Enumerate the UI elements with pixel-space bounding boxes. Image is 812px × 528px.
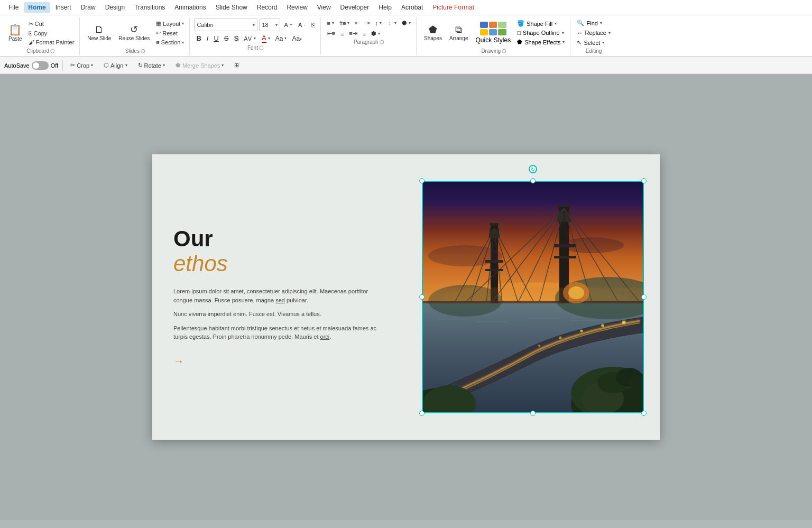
format-painter-button[interactable]: 🖌 Format Painter (26, 38, 77, 47)
paste-button[interactable]: 📋 Paste (5, 19, 25, 47)
text-highlight-button[interactable]: Aa ▾ (273, 34, 289, 43)
menu-draw[interactable]: Draw (77, 2, 100, 13)
menu-picture-format[interactable]: Picture Format (428, 2, 478, 13)
menu-file[interactable]: File (4, 2, 23, 13)
menu-animations[interactable]: Animations (170, 2, 210, 13)
handle-top-right[interactable] (641, 178, 647, 183)
svg-point-55 (560, 237, 624, 253)
strikethrough-button[interactable]: S (222, 33, 231, 43)
menu-view[interactable]: View (313, 2, 335, 13)
handle-top-left[interactable] (419, 178, 425, 183)
font-color-button[interactable]: A ▾ (260, 33, 272, 44)
find-button[interactable]: 🔍 Find ▾ (575, 18, 612, 27)
handle-middle-left[interactable] (419, 294, 425, 300)
section-button[interactable]: ≡ Section ▾ (154, 38, 186, 47)
bridge-image-container[interactable] (422, 181, 644, 413)
arrange-icon: ⧉ (455, 25, 462, 34)
handle-top-center[interactable] (530, 178, 536, 183)
slides-small-group: ▦ Layout ▾ ↩ Reset ≡ Section ▾ (154, 19, 186, 47)
select-button[interactable]: ↖ Select ▾ (575, 38, 612, 47)
underline-button[interactable]: U (211, 33, 220, 43)
more-format-button[interactable]: ⊞ (231, 61, 242, 70)
bold-button[interactable]: B (194, 33, 203, 43)
drawing-expand-icon[interactable]: ⬡ (502, 48, 506, 54)
rotate-icon: ↻ (138, 62, 143, 69)
copy-icon: ⎘ (29, 30, 32, 36)
layout-button[interactable]: ▦ Layout ▾ (154, 19, 186, 28)
select-dropdown-arrow: ▾ (602, 40, 604, 45)
char-spacing-button[interactable]: AV▾ (242, 34, 259, 43)
justify-button[interactable]: ≡ (361, 30, 368, 38)
smart-art-button[interactable]: ⬢▾ (369, 29, 382, 38)
paragraph-expand-icon[interactable]: ⬡ (380, 39, 384, 45)
shapes-icon: ⬟ (429, 25, 437, 34)
shape-outline-icon: □ (517, 30, 521, 36)
menu-help[interactable]: Help (374, 2, 396, 13)
copy-button[interactable]: ⎘ Copy (26, 29, 77, 38)
shape-outline-button[interactable]: □ Shape Outline ▾ (515, 29, 567, 37)
slide-arrow: → (173, 355, 385, 367)
handle-middle-right[interactable] (641, 294, 647, 300)
shape-fill-button[interactable]: 🪣 Shape Fill ▾ (515, 19, 567, 28)
menu-slideshow[interactable]: Slide Show (211, 2, 252, 13)
font-family-selector[interactable]: Calibri ▾ (194, 18, 257, 31)
shadow-button[interactable]: S (232, 33, 241, 43)
rotate-handle[interactable]: ↻ (529, 165, 537, 173)
ribbon-group-editing: 🔍 Find ▾ ↔ Replace ▾ ↖ Select ▾ Editing (571, 17, 615, 55)
menu-insert[interactable]: Insert (51, 2, 76, 13)
line-spacing-button[interactable]: ↕▾ (373, 19, 384, 27)
rotate-button[interactable]: ↻ Rotate ▾ (135, 61, 168, 70)
reset-button[interactable]: ↩ Reset (154, 29, 186, 38)
numbering-button[interactable]: #≡▾ (337, 19, 352, 27)
clear-formatting-button[interactable]: ⎘ (309, 21, 317, 29)
new-slide-button[interactable]: 🗋 New Slide (84, 19, 114, 47)
font-case-button[interactable]: Aa▾ (290, 34, 304, 43)
merge-shapes-button[interactable]: ⬟ Merge Shapes ▾ (172, 61, 227, 70)
merge-shapes-icon: ⬟ (176, 62, 181, 69)
replace-button[interactable]: ↔ Replace ▾ (575, 29, 612, 37)
shapes-button[interactable]: ⬟ Shapes (421, 19, 445, 47)
align-left-button[interactable]: ⇤≡ (325, 29, 337, 38)
text-direction-button[interactable]: ⬢▾ (400, 18, 413, 27)
slides-expand-icon[interactable]: ⬡ (141, 48, 145, 54)
italic-button[interactable]: I (205, 33, 211, 43)
columns-button[interactable]: ⋮▾ (385, 18, 399, 27)
font-size-selector[interactable]: 18 ▾ (259, 18, 280, 31)
increase-font-size-button[interactable]: A+ (282, 21, 294, 29)
menu-design[interactable]: Design (101, 2, 129, 13)
menu-transitions[interactable]: Transitions (130, 2, 169, 13)
handle-bottom-right[interactable] (641, 411, 647, 416)
align-format-button[interactable]: ⬡ Align ▾ (100, 61, 130, 70)
image-wrapper[interactable]: ↻ (422, 181, 644, 413)
slide-title-ethos: ethos (173, 251, 385, 276)
shape-effects-button[interactable]: ⬟ Shape Effects ▾ (515, 38, 567, 47)
increase-indent-button[interactable]: ⇥ (363, 18, 372, 27)
menu-home[interactable]: Home (24, 2, 50, 13)
align-center-button[interactable]: ≡ (338, 30, 346, 38)
autosave-group: AutoSave Off (4, 61, 58, 70)
cut-button[interactable]: ✂ Cut (26, 20, 77, 29)
align-format-dropdown-arrow: ▾ (125, 63, 127, 68)
decrease-indent-button[interactable]: ⇤ (353, 18, 362, 27)
reuse-slides-button[interactable]: ↺ Reuse Slides (115, 19, 153, 47)
quick-styles-button[interactable]: Quick Styles (472, 19, 514, 47)
sed-text: sed (275, 297, 285, 303)
decrease-font-size-button[interactable]: A- (296, 21, 307, 29)
handle-bottom-left[interactable] (419, 411, 425, 416)
align-right-button[interactable]: ≡⇥ (347, 29, 359, 38)
handle-bottom-center[interactable] (530, 411, 536, 416)
menu-review[interactable]: Review (282, 2, 311, 13)
font-expand-icon[interactable]: ⬡ (259, 45, 264, 51)
menu-acrobat[interactable]: Acrobat (397, 2, 427, 13)
clipboard-expand-icon[interactable]: ⬡ (50, 48, 55, 54)
menu-developer[interactable]: Developer (336, 2, 374, 13)
bullets-button[interactable]: ≡▾ (325, 19, 336, 27)
arrange-button[interactable]: ⧉ Arrange (446, 19, 472, 47)
menu-bar: File Home Insert Draw Design Transitions… (0, 0, 812, 15)
svg-rect-23 (554, 256, 576, 258)
paragraph3-start: Pellentesque habitant morbi tristique se… (173, 325, 376, 340)
paste-icon: 📋 (8, 24, 22, 35)
menu-record[interactable]: Record (253, 2, 282, 13)
crop-button[interactable]: ✂ Crop ▾ (67, 61, 96, 70)
autosave-toggle[interactable] (32, 61, 49, 70)
